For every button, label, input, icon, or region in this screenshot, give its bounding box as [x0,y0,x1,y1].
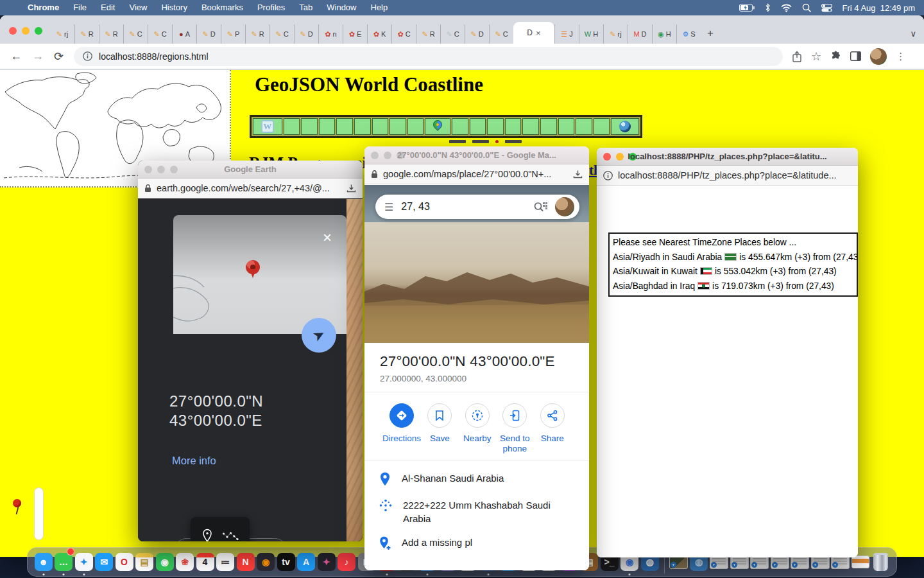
tab[interactable]: ✎rj [50,24,74,44]
plus-code-row[interactable]: 2222+222 Umm Khashabah Saudi Arabia [364,498,589,525]
send-to-phone-button[interactable]: Send to phone [496,397,533,456]
region-tile[interactable] [372,118,389,135]
tab[interactable]: ✎D [294,24,318,44]
dock-item-safari[interactable]: ✦ [74,549,93,575]
control-center-icon[interactable] [821,4,832,12]
menu-icon[interactable]: ☰ [384,201,393,213]
place-address-row[interactable]: Al-Shanan Saudi Arabia [364,471,589,487]
search-query[interactable]: 27, 43 [401,201,526,213]
tab[interactable]: WH [579,24,603,44]
menu-help[interactable]: Help [364,0,395,15]
dock-item-messages[interactable]: … [55,549,73,575]
region-tile[interactable] [470,118,486,135]
tab[interactable]: ✿E [343,24,367,44]
menu-edit[interactable]: Edit [94,0,122,15]
menu-tab[interactable]: Tab [292,0,320,15]
tab[interactable]: ✿K [367,24,391,44]
region-tile[interactable] [319,118,336,135]
dock-item-app-store[interactable]: A [297,549,316,575]
dock-item-firefox[interactable]: ◉ [257,549,275,575]
tab[interactable]: ◉H [652,24,676,44]
save-button[interactable]: Save [421,397,458,456]
wifi-icon[interactable] [781,4,792,12]
download-icon[interactable] [573,170,583,179]
search-icon[interactable] [533,201,547,213]
maps-url-bar[interactable]: google.com/maps/place/27°00'00.0"N+... [364,164,589,184]
reload-button[interactable]: ⟳ [54,49,64,64]
dock-item-photos[interactable]: ❀ [176,549,194,575]
tab[interactable]: ✎C [270,24,294,44]
dock-item-apple-tv[interactable]: tv [277,549,295,575]
menu-window[interactable]: Window [320,0,363,15]
earth-title-bar[interactable]: Google Earth [138,161,363,179]
bluetooth-icon[interactable] [765,3,771,12]
menu-chrome[interactable]: Chrome [21,0,66,15]
draw-path-icon[interactable] [222,530,239,541]
menu-clock[interactable]: Fri 4 Aug 12:49 pm [843,3,915,13]
forward-button[interactable]: → [32,49,44,63]
region-tile[interactable] [452,118,468,135]
earth-terrain-view[interactable] [346,199,363,541]
region-tile-google-maps-pin[interactable] [425,118,450,135]
tab-close-icon[interactable]: × [536,28,541,38]
placemark-icon[interactable] [201,529,213,541]
account-avatar[interactable] [555,197,574,216]
region-tile[interactable] [522,118,539,135]
menu-profiles[interactable]: Profiles [250,0,292,15]
region-tile-wikipedia[interactable]: W [253,118,282,135]
close-window-button[interactable] [9,27,17,35]
region-tile[interactable] [336,118,353,135]
region-tile[interactable] [284,118,300,135]
tab[interactable]: ✎C [440,24,465,44]
region-tile[interactable] [505,118,522,135]
directions-fab[interactable]: ➤ [302,318,336,353]
dock-item-trash[interactable] [871,549,890,575]
tab[interactable]: ✎P [221,24,245,44]
menu-file[interactable]: File [66,0,94,15]
region-tile-google-earth-globe[interactable] [611,118,639,135]
dock-item-pixelmator[interactable]: ✦ [317,549,336,575]
bookmark-star-icon[interactable]: ☆ [811,49,821,64]
region-tile[interactable] [389,118,406,135]
dock-item-reminders[interactable]: ≔ [216,549,235,575]
region-tile[interactable] [594,118,610,135]
region-tile[interactable] [540,118,557,135]
share-button[interactable]: Share [533,397,570,456]
maps-title-bar[interactable]: 27°00'00.0"N 43°00'00.0"E - Google Ma... [364,146,589,164]
dock-item-opera[interactable]: O [115,549,133,575]
earth-url-bar[interactable]: earth.google.com/web/search/27,+43/@... [138,179,363,198]
dock-item-notes[interactable]: ▤ [135,549,154,575]
add-missing-place-row[interactable]: Add a missing pl [364,536,589,551]
tab[interactable]: ●A [172,24,196,44]
tab[interactable]: ✎C [123,24,148,44]
dock-item-finder[interactable]: ☻ [34,549,53,575]
tab[interactable]: ✎R [245,24,270,44]
more-info-link[interactable]: More info [172,455,216,467]
dock-item-calendar[interactable]: 4 [196,549,214,575]
tz-title-bar[interactable]: localhost:8888/PHP/tz_places.php?place=&… [597,148,858,166]
dock-item-mail[interactable]: ✉ [95,549,114,575]
tab[interactable]: ✎D [465,24,489,44]
nearby-button[interactable]: Nearby [459,397,496,456]
tab[interactable]: ✎C [148,24,172,44]
region-tile[interactable] [301,118,318,135]
extensions-icon[interactable] [830,51,841,62]
menu-view[interactable]: View [122,0,154,15]
dock-item-facetime[interactable]: ◉ [155,549,174,575]
back-button[interactable]: ← [10,49,22,63]
tab[interactable]: ✿C [391,24,416,44]
tab[interactable]: ✎R [74,24,99,44]
tab[interactable]: ✎R [99,24,123,44]
side-panel-icon[interactable] [850,51,861,61]
maps-search-bar[interactable]: ☰ 27, 43 [375,195,579,219]
address-bar[interactable]: localhost:8888/regions.html [74,47,783,66]
tab[interactable]: ⚙S [676,24,701,44]
download-icon[interactable] [346,184,356,193]
directions-button[interactable]: Directions [382,397,421,456]
new-tab-button[interactable]: + [701,27,720,44]
dock-item-music[interactable]: ♪ [338,549,356,575]
tab[interactable]: ✎R [416,24,440,44]
dock-item-news[interactable]: N [236,549,255,575]
region-tile[interactable] [487,118,504,135]
share-icon[interactable] [792,51,802,62]
